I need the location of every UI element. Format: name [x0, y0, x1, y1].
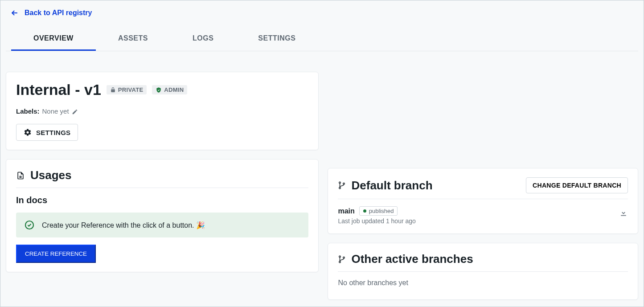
- party-popper-icon: 🎉: [196, 221, 205, 229]
- svg-point-3: [343, 183, 345, 184]
- branch-icon: [338, 181, 346, 189]
- other-branches-card: Other active branches No other branches …: [328, 243, 638, 300]
- branch-meta: Last job updated 1 hour ago: [338, 217, 415, 225]
- back-to-registry-link[interactable]: Back to API registry: [0, 0, 102, 25]
- status-dot-icon: [363, 209, 366, 213]
- svg-point-6: [343, 257, 345, 258]
- check-circle-icon: [24, 220, 35, 230]
- shield-check-icon: [156, 87, 162, 93]
- banner-text: Create your Reference with the click of …: [42, 221, 194, 229]
- usages-card: Usages In docs Create your Reference wit…: [6, 159, 319, 272]
- api-header-card: Internal - v1 PRIVATE ADMIN Labels: None…: [6, 72, 319, 150]
- settings-button-label: SETTINGS: [36, 129, 70, 136]
- svg-point-5: [339, 261, 340, 262]
- settings-button[interactable]: SETTINGS: [16, 124, 78, 141]
- branch-status-label: published: [369, 208, 394, 214]
- other-branches-title: Other active branches: [351, 252, 473, 266]
- admin-badge: ADMIN: [152, 85, 187, 94]
- download-icon: [619, 208, 628, 217]
- pencil-icon: [72, 109, 78, 115]
- change-default-branch-button[interactable]: CHANGE DEFAULT BRANCH: [526, 177, 628, 193]
- gear-icon: [24, 128, 32, 136]
- labels-label: Labels:: [16, 107, 40, 115]
- tab-assets[interactable]: ASSETS: [96, 28, 170, 51]
- branch-icon: [338, 255, 346, 263]
- private-badge: PRIVATE: [107, 85, 147, 94]
- svg-point-1: [339, 182, 340, 183]
- usages-title: Usages: [30, 168, 72, 182]
- other-branches-empty: No other branches yet: [338, 279, 628, 287]
- svg-point-2: [339, 187, 340, 188]
- in-docs-label: In docs: [16, 195, 308, 205]
- branch-name: main: [338, 207, 354, 215]
- back-link-label: Back to API registry: [25, 9, 92, 17]
- tab-logs[interactable]: LOGS: [170, 28, 236, 51]
- api-title: Internal - v1: [16, 81, 101, 98]
- tab-overview[interactable]: OVERVIEW: [11, 28, 96, 51]
- create-reference-button[interactable]: CREATE REFERENCE: [16, 245, 96, 263]
- tab-settings[interactable]: SETTINGS: [236, 28, 318, 51]
- private-badge-label: PRIVATE: [118, 86, 144, 93]
- tab-bar: OVERVIEW ASSETS LOGS SETTINGS: [6, 28, 638, 51]
- svg-point-4: [339, 256, 340, 257]
- default-branch-title: Default branch: [351, 179, 432, 192]
- change-default-branch-label: CHANGE DEFAULT BRANCH: [533, 182, 621, 189]
- document-icon: [16, 171, 25, 180]
- branch-status-chip: published: [359, 206, 398, 216]
- arrow-left-icon: [10, 8, 19, 17]
- admin-badge-label: ADMIN: [164, 86, 184, 93]
- default-branch-card: Default branch CHANGE DEFAULT BRANCH mai…: [328, 168, 638, 234]
- create-reference-banner: Create your Reference with the click of …: [16, 213, 308, 237]
- labels-value: None yet: [42, 107, 69, 115]
- create-reference-label: CREATE REFERENCE: [25, 250, 87, 257]
- lock-icon: [110, 87, 116, 93]
- edit-labels-button[interactable]: [72, 107, 78, 115]
- download-button[interactable]: [619, 208, 628, 217]
